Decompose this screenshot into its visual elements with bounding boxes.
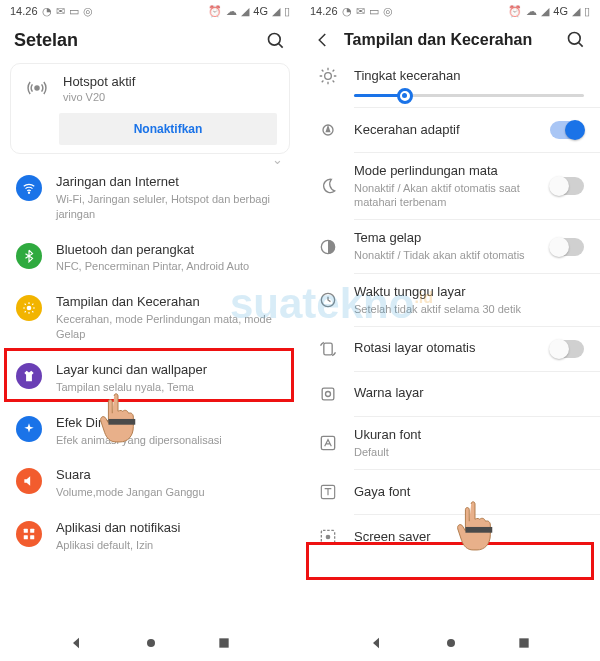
hotspot-card[interactable]: Hotspot aktif vivo V20 Nonaktifkan ⌄ (10, 63, 290, 154)
svg-point-4 (27, 306, 32, 311)
display-row-screensaver[interactable]: Screen saver (300, 515, 600, 559)
svg-rect-6 (30, 529, 34, 533)
clock-icon (316, 288, 340, 312)
shirt-icon (16, 363, 42, 389)
display-row-rotate[interactable]: Rotasi layar otomatis (300, 327, 600, 371)
row-title: Screen saver (354, 529, 584, 546)
bt-icon (16, 243, 42, 269)
toggle-switch[interactable] (550, 121, 584, 139)
status-icon-ig: ◎ (83, 5, 93, 18)
row-title: Jaringan dan Internet (56, 174, 284, 191)
status-time: 14.26 (310, 5, 338, 17)
status-icon-clock: ◔ (342, 5, 352, 18)
display-row-moon[interactable]: Mode perlindungan mataNonaktif / Akan ak… (300, 153, 600, 219)
row-subtitle: Kecerahan, mode Perlindungan mata, mode … (56, 312, 284, 342)
svg-point-25 (447, 639, 455, 647)
nav-back-icon[interactable] (69, 635, 85, 654)
row-subtitle: Default (354, 445, 584, 459)
settings-row-apps[interactable]: Aplikasi dan notifikasiAplikasi default,… (0, 510, 300, 563)
status-icon-ig: ◎ (383, 5, 393, 18)
row-subtitle: Wi-Fi, Jaringan seluler, Hotspot dan ber… (56, 192, 284, 222)
settings-row-sun[interactable]: Tampilan dan KecerahanKecerahan, mode Pe… (0, 284, 300, 352)
toggle-switch[interactable] (550, 177, 584, 195)
status-icon-signal: ◢ (241, 5, 249, 18)
svg-rect-5 (24, 529, 28, 533)
fontsize-icon (316, 431, 340, 455)
svg-point-20 (326, 391, 331, 396)
svg-rect-21 (321, 436, 334, 449)
row-title: Efek Dinamis (56, 415, 284, 432)
status-bar: 14.26 ◔ ✉ ▭ ◎ ⏰ ☁ ◢ 4G ◢ ▯ (300, 0, 600, 22)
row-title: Warna layar (354, 385, 584, 402)
settings-row-shirt[interactable]: Layar kunci dan wallpaperTampilan selalu… (0, 352, 300, 405)
display-row-fontstyle[interactable]: Gaya font (300, 470, 600, 514)
svg-point-2 (35, 86, 39, 90)
settings-row-sound[interactable]: SuaraVolume,mode Jangan Ganggu (0, 457, 300, 510)
status-icon-alarm: ⏰ (508, 5, 522, 18)
svg-point-14 (325, 73, 332, 80)
toggle-switch[interactable] (550, 340, 584, 358)
row-title: Mode perlindungan mata (354, 163, 536, 180)
status-time: 14.26 (10, 5, 38, 17)
svg-line-1 (279, 43, 283, 47)
row-subtitle: Aplikasi default, Izin (56, 538, 284, 553)
display-row-fontsize[interactable]: Ukuran fontDefault (300, 417, 600, 469)
brightness-auto-icon (316, 118, 340, 142)
status-icon-cloud: ☁ (526, 5, 537, 18)
slider-thumb[interactable] (397, 88, 413, 104)
status-icon-cloud: ☁ (226, 5, 237, 18)
nav-recent-icon[interactable] (517, 636, 531, 653)
status-icon-clock: ◔ (42, 5, 52, 18)
status-network: 4G (253, 5, 268, 17)
brightness-icon (316, 64, 340, 88)
wifi-icon (16, 175, 42, 201)
rotate-icon (316, 337, 340, 361)
nav-recent-icon[interactable] (217, 636, 231, 653)
apps-icon (16, 521, 42, 547)
search-icon[interactable] (566, 30, 586, 50)
status-icon-signal2: ◢ (272, 5, 280, 18)
screensaver-icon (316, 525, 340, 549)
row-title: Tema gelap (354, 230, 536, 247)
toggle-switch[interactable] (550, 238, 584, 256)
nav-home-icon[interactable] (443, 635, 459, 654)
nav-bar (300, 627, 600, 661)
svg-rect-26 (519, 638, 528, 647)
brightness-slider[interactable] (354, 94, 584, 97)
row-title: Layar kunci dan wallpaper (56, 362, 284, 379)
settings-row-wifi[interactable]: Jaringan dan InternetWi-Fi, Jaringan sel… (0, 164, 300, 232)
row-title: Kecerahan adaptif (354, 122, 536, 139)
nav-back-icon[interactable] (369, 635, 385, 654)
display-row-clock[interactable]: Waktu tunggu layarSetelah tidak aktif se… (300, 274, 600, 326)
display-row-brightness-auto[interactable]: Kecerahan adaptif (300, 108, 600, 152)
fontstyle-icon (316, 480, 340, 504)
row-subtitle: Setelah tidak aktif selama 30 detik (354, 302, 584, 316)
back-icon[interactable] (314, 31, 332, 49)
settings-row-bt[interactable]: Bluetooh dan perangkatNFC, Pencerminan P… (0, 232, 300, 285)
search-icon[interactable] (266, 31, 286, 51)
sound-icon (16, 468, 42, 494)
display-row-palette[interactable]: Warna layar (300, 372, 600, 416)
contrast-icon (316, 235, 340, 259)
row-title: Ukuran font (354, 427, 584, 444)
status-bar: 14.26 ◔ ✉ ▭ ◎ ⏰ ☁ ◢ 4G ◢ ▯ (0, 0, 300, 22)
row-title: Aplikasi dan notifikasi (56, 520, 284, 537)
svg-point-3 (28, 192, 29, 193)
moon-icon (316, 174, 340, 198)
svg-rect-18 (324, 343, 332, 355)
status-icon-signal2: ◢ (572, 5, 580, 18)
display-row-contrast[interactable]: Tema gelapNonaktif / Tidak akan aktif ot… (300, 220, 600, 272)
settings-row-sparkle[interactable]: Efek DinamisEfek animasi yang dipersonal… (0, 405, 300, 458)
row-subtitle: Efek animasi yang dipersonalisasi (56, 433, 284, 448)
deactivate-button[interactable]: Nonaktifkan (59, 113, 277, 145)
row-subtitle: Nonaktif / Akan aktif otomatis saat mata… (354, 181, 536, 210)
svg-rect-10 (219, 638, 228, 647)
svg-point-12 (569, 33, 581, 45)
svg-point-9 (147, 639, 155, 647)
nav-home-icon[interactable] (143, 635, 159, 654)
row-title: Gaya font (354, 484, 584, 501)
row-subtitle: Volume,mode Jangan Ganggu (56, 485, 284, 500)
svg-point-24 (326, 535, 329, 538)
svg-line-13 (579, 43, 583, 47)
svg-rect-7 (24, 535, 28, 539)
